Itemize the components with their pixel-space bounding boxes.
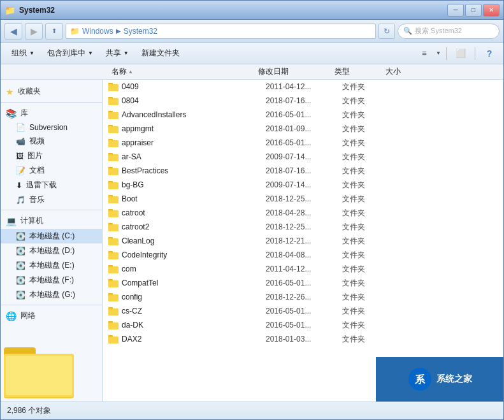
folder-icon [108,81,119,92]
file-name: BestPractices [122,166,266,175]
sidebar-item-images[interactable]: 🖼 图片 [1,148,102,163]
sidebar-item-music[interactable]: 🎵 音乐 [1,192,102,207]
svg-rect-56 [108,337,119,344]
file-type: 文件夹 [342,236,393,247]
table-row[interactable]: 0409 2011-04-12... 文件夹 [103,80,503,94]
help-button[interactable]: ? [480,45,498,62]
file-name: CodeIntegrity [122,250,266,259]
table-row[interactable]: com 2011-04-12... 文件夹 [103,262,503,276]
folder-icon [108,249,119,261]
file-type: 文件夹 [342,222,393,233]
table-row[interactable]: da-DK 2016-05-01... 文件夹 [103,318,503,332]
subversion-label: Subversion [29,123,68,132]
search-placeholder: 搜索 System32 [415,26,462,36]
sidebar-item-drive-c[interactable]: 💽 本地磁盘 (C:) [1,229,102,243]
sidebar-computer-header[interactable]: 💻 计算机 [1,213,102,229]
new-folder-button[interactable]: 新建文件夹 [136,45,185,62]
forward-button[interactable]: ▶ [25,23,43,40]
file-type: 文件夹 [342,208,393,219]
sidebar-library-header[interactable]: 📚 库 [1,105,102,121]
table-row[interactable]: Boot 2018-12-25... 文件夹 [103,192,503,206]
table-row[interactable]: appmgmt 2018-01-09... 文件夹 [103,122,503,136]
file-type: 文件夹 [342,264,393,275]
share-arrow-icon: ▼ [124,50,129,56]
sidebar-favorites-header[interactable]: ★ 收藏夹 [1,83,102,99]
title-bar: 📁 System32 ─ □ ✕ [1,1,503,20]
sidebar-item-docs[interactable]: 📝 文档 [1,163,102,178]
folder-icon [108,319,119,331]
file-type: 文件夹 [342,320,393,331]
drive-g-icon: 💽 [16,291,25,300]
column-date-header[interactable]: 修改日期 [254,66,331,77]
file-date: 2016-05-01... [266,138,342,147]
table-row[interactable]: catroot 2018-04-28... 文件夹 [103,206,503,220]
file-date: 2018-12-21... [266,236,342,245]
file-name: 0804 [122,96,266,105]
column-name-header[interactable]: 名称 ▲ [108,66,254,77]
file-date: 2009-07-14... [266,152,342,161]
refresh-button[interactable]: ↻ [378,24,395,39]
svg-rect-14 [108,140,119,147]
sidebar-item-subversion[interactable]: 📄 Subversion [1,121,102,134]
file-name: CleanLog [122,236,266,245]
table-row[interactable]: CodeIntegrity 2018-04-08... 文件夹 [103,248,503,262]
images-label: 图片 [27,150,43,161]
maximize-button[interactable]: □ [465,4,482,17]
thunder-label: 迅雷下载 [26,180,57,191]
sidebar-item-drive-d[interactable]: 💽 本地磁盘 (D:) [1,243,102,258]
table-row[interactable]: CompatTel 2016-05-01... 文件夹 [103,276,503,290]
preview-button[interactable]: ⬜ [452,45,470,62]
svg-rect-26 [108,196,119,203]
table-row[interactable]: DAX2 2018-01-03... 文件夹 [103,332,503,346]
address-bar: ◀ ▶ ⬆ 📁 Windows ▶ System32 ↻ 🔍 搜索 System… [1,20,503,43]
close-button[interactable]: ✕ [483,4,500,17]
table-row[interactable]: BestPractices 2018-07-16... 文件夹 [103,164,503,178]
drive-d-icon: 💽 [16,247,25,256]
sidebar-item-video[interactable]: 📹 视频 [1,134,102,148]
table-row[interactable]: catroot2 2018-12-25... 文件夹 [103,220,503,234]
network-label: 网络 [20,310,36,321]
sidebar-section-network: 🌐 网络 [1,308,102,324]
back-button[interactable]: ◀ [4,23,22,40]
address-path[interactable]: 📁 Windows ▶ System32 [66,24,376,39]
include-library-label: 包含到库中 [47,48,85,59]
file-type: 文件夹 [342,306,393,317]
minimize-button[interactable]: ─ [447,4,464,17]
table-row[interactable]: bg-BG 2009-07-14... 文件夹 [103,178,503,192]
table-row[interactable]: config 2018-12-26... 文件夹 [103,290,503,304]
up-button[interactable]: ⬆ [45,23,63,40]
table-row[interactable]: AdvancedInstallers 2016-05-01... 文件夹 [103,108,503,122]
search-box[interactable]: 🔍 搜索 System32 [398,24,500,39]
file-type: 文件夹 [342,194,393,205]
path-segment-windows[interactable]: Windows [82,27,113,36]
sidebar-item-thunder[interactable]: ⬇ 迅雷下载 [1,178,102,192]
folder-icon [108,263,119,275]
table-row[interactable]: cs-CZ 2016-05-01... 文件夹 [103,304,503,318]
table-row[interactable]: appraiser 2016-05-01... 文件夹 [103,136,503,150]
file-name: CompatTel [122,279,266,287]
sidebar-item-drive-e[interactable]: 💽 本地磁盘 (E:) [1,258,102,273]
share-button[interactable]: 共享 ▼ [100,45,134,62]
file-name: Boot [122,194,266,203]
table-row[interactable]: ar-SA 2009-07-14... 文件夹 [103,150,503,164]
toolbar: 组织 ▼ 包含到库中 ▼ 共享 ▼ 新建文件夹 ≡ ▼ ⬜ ? [1,43,503,64]
network-icon: 🌐 [6,311,17,321]
folder-icon [108,179,119,191]
file-name: DAX2 [122,335,266,344]
file-date: 2011-04-12... [266,264,342,273]
view-button[interactable]: ≡ [415,45,433,62]
file-name: ar-SA [122,152,266,161]
table-row[interactable]: 0804 2018-07-16... 文件夹 [103,94,503,108]
include-library-button[interactable]: 包含到库中 ▼ [41,45,99,62]
sidebar-divider-2 [1,210,102,210]
main-content: ★ 收藏夹 📚 库 📄 Subversion 📹 视频 [1,80,503,402]
path-segment-system32[interactable]: System32 [124,27,157,36]
sidebar-network-header[interactable]: 🌐 网络 [1,308,102,324]
sidebar-item-drive-g[interactable]: 💽 本地磁盘 (G:) [1,287,102,302]
column-type-header[interactable]: 类型 [331,66,382,77]
column-size-header[interactable]: 大小 [382,66,433,77]
star-icon: ★ [6,87,14,97]
organize-button[interactable]: 组织 ▼ [6,45,40,62]
table-row[interactable]: CleanLog 2018-12-21... 文件夹 [103,234,503,248]
sidebar-item-drive-f[interactable]: 💽 本地磁盘 (F:) [1,273,102,287]
